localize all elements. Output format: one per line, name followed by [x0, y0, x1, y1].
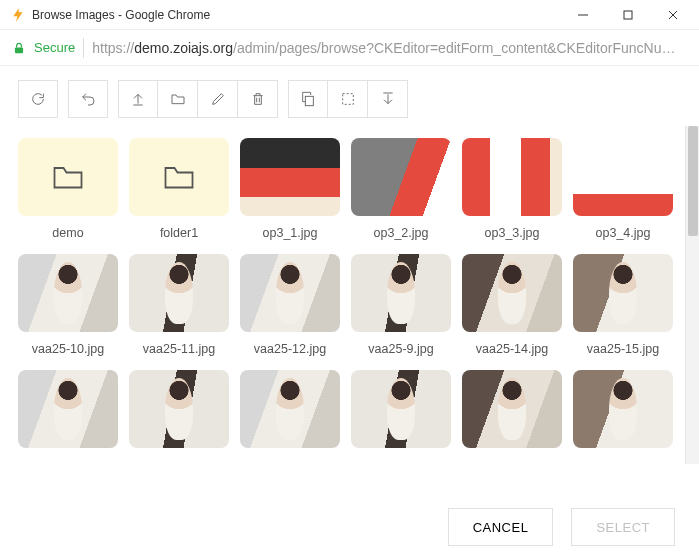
image-item[interactable]: vaa25-12.jpg — [240, 254, 340, 356]
item-label: vaa25-9.jpg — [368, 342, 433, 356]
image-item[interactable]: vaa25-11.jpg — [129, 254, 229, 356]
image-thumbnail — [351, 254, 451, 332]
image-item[interactable]: op3_2.jpg — [351, 138, 451, 240]
image-thumbnail — [18, 254, 118, 332]
image-item[interactable]: vaa25-10.jpg — [18, 254, 118, 356]
image-thumbnail — [573, 138, 673, 216]
new-folder-button[interactable] — [158, 80, 198, 118]
image-item[interactable] — [240, 370, 340, 458]
window-minimize-button[interactable] — [560, 0, 605, 30]
image-item[interactable]: vaa25-15.jpg — [573, 254, 673, 356]
image-item[interactable] — [462, 370, 562, 458]
image-item[interactable]: vaa25-14.jpg — [462, 254, 562, 356]
back-button[interactable] — [68, 80, 108, 118]
item-label: vaa25-12.jpg — [254, 342, 326, 356]
image-thumbnail — [240, 370, 340, 448]
folder-item[interactable]: folder1 — [129, 138, 229, 240]
item-label: vaa25-15.jpg — [587, 342, 659, 356]
cancel-button[interactable]: CANCEL — [448, 508, 554, 546]
addrbar-divider — [83, 38, 84, 58]
items-grid: demofolder1op3_1.jpgop3_2.jpgop3_3.jpgop… — [0, 126, 699, 476]
image-item[interactable] — [573, 370, 673, 458]
lock-icon — [12, 41, 26, 55]
item-label: vaa25-11.jpg — [143, 342, 215, 356]
image-item[interactable]: op3_1.jpg — [240, 138, 340, 240]
cut-button[interactable] — [328, 80, 368, 118]
window-title: Browse Images - Google Chrome — [32, 8, 560, 22]
window-close-button[interactable] — [650, 0, 695, 30]
svg-rect-2 — [305, 96, 313, 105]
image-item[interactable] — [18, 370, 118, 458]
paste-button[interactable] — [368, 80, 408, 118]
toolbar — [0, 66, 699, 126]
secure-label: Secure — [34, 40, 75, 55]
item-label: vaa25-14.jpg — [476, 342, 548, 356]
window-titlebar: Browse Images - Google Chrome — [0, 0, 699, 30]
item-label: folder1 — [160, 226, 198, 240]
item-label: op3_1.jpg — [263, 226, 318, 240]
image-thumbnail — [462, 370, 562, 448]
image-item[interactable]: op3_4.jpg — [573, 138, 673, 240]
image-thumbnail — [573, 370, 673, 448]
upload-button[interactable] — [118, 80, 158, 118]
image-thumbnail — [351, 138, 451, 216]
image-thumbnail — [462, 254, 562, 332]
image-thumbnail — [462, 138, 562, 216]
item-label: op3_3.jpg — [485, 226, 540, 240]
window-maximize-button[interactable] — [605, 0, 650, 30]
image-item[interactable] — [351, 370, 451, 458]
folder-icon — [18, 138, 118, 216]
svg-rect-1 — [15, 47, 23, 53]
image-thumbnail — [351, 370, 451, 448]
favicon-lightning-icon — [10, 7, 26, 23]
rename-button[interactable] — [198, 80, 238, 118]
address-bar: Secure https://demo.zoiajs.org/admin/pag… — [0, 30, 699, 66]
file-browser-dialog: demofolder1op3_1.jpgop3_2.jpgop3_3.jpgop… — [0, 66, 699, 560]
folder-icon — [129, 138, 229, 216]
item-label: op3_2.jpg — [374, 226, 429, 240]
folder-item[interactable]: demo — [18, 138, 118, 240]
item-label: op3_4.jpg — [596, 226, 651, 240]
image-item[interactable]: vaa25-9.jpg — [351, 254, 451, 356]
image-item[interactable]: op3_3.jpg — [462, 138, 562, 240]
scrollbar[interactable] — [685, 126, 699, 464]
item-label: vaa25-10.jpg — [32, 342, 104, 356]
copy-button[interactable] — [288, 80, 328, 118]
dialog-actions: CANCEL SELECT — [448, 508, 675, 546]
refresh-button[interactable] — [18, 80, 58, 118]
image-thumbnail — [240, 254, 340, 332]
delete-button[interactable] — [238, 80, 278, 118]
image-thumbnail — [18, 370, 118, 448]
svg-rect-3 — [342, 94, 353, 105]
image-thumbnail — [573, 254, 673, 332]
url-display[interactable]: https://demo.zoiajs.org/admin/pages/brow… — [92, 40, 687, 56]
scrollbar-thumb[interactable] — [688, 126, 698, 236]
select-button[interactable]: SELECT — [571, 508, 675, 546]
item-label: demo — [52, 226, 83, 240]
image-thumbnail — [129, 254, 229, 332]
svg-rect-0 — [624, 11, 632, 19]
image-thumbnail — [129, 370, 229, 448]
image-item[interactable] — [129, 370, 229, 458]
image-thumbnail — [240, 138, 340, 216]
